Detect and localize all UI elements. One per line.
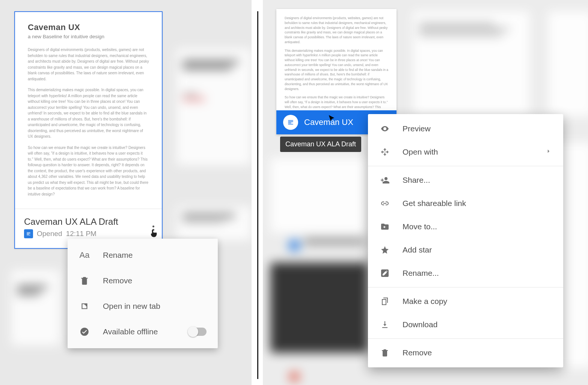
menu-item-rename[interactable]: Aa Rename [68, 242, 218, 268]
menu-separator [368, 166, 563, 166]
left-panel: Caveman UX a new Baseline for intuitive … [0, 0, 252, 385]
doc-paragraph: Designers of digital environments (produ… [28, 47, 149, 82]
file-preview: Designers of digital environments (produ… [276, 9, 397, 110]
menu-item-download[interactable]: Download [368, 313, 563, 336]
doc-paragraph: This dematerializing makes magic possibl… [28, 87, 149, 140]
menu-label: Open in new tab [103, 302, 207, 311]
filename-tooltip: Caveman UX ALA Draft [280, 137, 361, 152]
pencil-icon [379, 268, 390, 279]
menu-label: Rename... [403, 269, 552, 278]
document-card[interactable]: Caveman UX a new Baseline for intuitive … [14, 11, 163, 249]
menu-label: Get shareable link [403, 199, 552, 208]
menu-item-move-to[interactable]: Move to... [368, 215, 563, 238]
menu-item-open-with[interactable]: Open with [368, 140, 563, 164]
right-panel: Designers of digital environments (produ… [263, 0, 588, 385]
menu-item-available-offline[interactable]: Available offline [68, 319, 218, 344]
menu-label: Download [403, 320, 552, 329]
menu-item-share[interactable]: Share... [368, 168, 563, 192]
star-icon [379, 244, 390, 256]
panel-divider [257, 11, 258, 379]
offline-toggle[interactable] [188, 328, 207, 336]
menu-item-add-star[interactable]: Add star [368, 238, 563, 262]
preview-paragraph: This dematerializing makes magic possibl… [285, 48, 388, 92]
trash-icon [79, 275, 90, 286]
person-add-icon [379, 174, 390, 186]
menu-label: Remove [403, 348, 552, 357]
menu-item-preview[interactable]: Preview [368, 117, 563, 140]
chevron-right-icon [545, 148, 552, 156]
menu-item-remove[interactable]: Remove [68, 268, 218, 293]
menu-label: Share... [403, 176, 552, 185]
menu-item-make-copy[interactable]: Make a copy [368, 290, 563, 313]
preview-paragraph: So how can we ensure that the magic we c… [285, 95, 388, 110]
open-in-new-tab-icon [79, 301, 90, 312]
folder-move-icon [379, 221, 390, 232]
menu-item-rename[interactable]: Rename... [368, 262, 563, 285]
menu-label: Available offline [103, 327, 176, 336]
opened-label: Opened [37, 230, 62, 238]
doc-subtitle: a new Baseline for intuitive design [28, 34, 149, 39]
menu-label: Make a copy [403, 297, 552, 306]
menu-item-open-new-tab[interactable]: Open in new tab [68, 293, 218, 319]
menu-label: Add star [403, 245, 552, 254]
eye-icon [379, 123, 390, 134]
doc-title: Caveman UX [28, 23, 149, 32]
google-docs-icon [283, 115, 298, 130]
context-menu-docs-home: Aa Rename Remove Open in new tab Availa [68, 239, 218, 348]
context-menu-drive: Preview Open with Share... Get shareable… [368, 114, 563, 367]
menu-label: Preview [403, 124, 552, 133]
menu-item-remove[interactable]: Remove [368, 341, 563, 364]
menu-separator [368, 287, 563, 287]
arrow-cursor-icon [327, 114, 336, 124]
menu-item-get-link[interactable]: Get shareable link [368, 192, 563, 215]
offline-check-icon [79, 326, 90, 337]
document-preview: Caveman UX a new Baseline for intuitive … [15, 12, 162, 209]
menu-label: Move to... [403, 222, 552, 231]
open-with-icon [379, 146, 390, 158]
download-icon [379, 319, 390, 330]
opened-time: 12:11 PM [66, 230, 96, 238]
svg-point-0 [80, 328, 89, 336]
document-filename: Caveman UX ALA Draft [24, 217, 153, 227]
menu-label: Remove [103, 276, 207, 285]
preview-paragraph: Designers of digital environments (produ… [285, 16, 388, 45]
rename-icon: Aa [79, 250, 90, 261]
menu-label: Rename [103, 251, 207, 260]
copy-icon [379, 296, 390, 307]
link-icon [379, 198, 390, 209]
menu-label: Open with [403, 147, 533, 156]
trash-icon [379, 347, 390, 358]
google-docs-icon [24, 229, 33, 238]
menu-separator [368, 338, 563, 339]
doc-paragraph: So how can we ensure that the magic we c… [28, 145, 149, 197]
